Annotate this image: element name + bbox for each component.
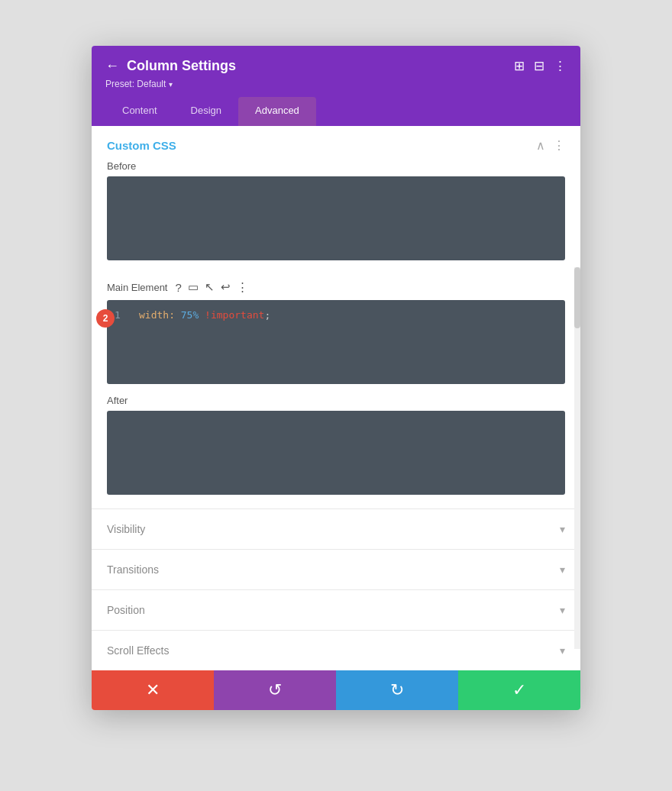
modal-body-wrap: Custom CSS ∧ ⋮ Before Main Element ? ▭ ↖… [92, 126, 580, 670]
transitions-label: Transitions [107, 563, 159, 576]
cancel-button[interactable]: ✕ [92, 670, 214, 710]
section-header-icons: ∧ ⋮ [536, 138, 565, 153]
before-css-area: Before [92, 160, 580, 274]
modal-container: ← Column Settings ⊞ ⊟ ⋮ Preset: Default … [92, 46, 580, 710]
main-element-row: Main Element ? ▭ ↖ ↩ ⋮ [92, 274, 580, 300]
main-element-label: Main Element [107, 282, 167, 293]
modal-header-left: ← Column Settings [105, 58, 236, 74]
after-textarea[interactable] [107, 411, 565, 495]
position-section[interactable]: Position ▾ [92, 589, 580, 630]
position-chevron-icon: ▾ [560, 604, 565, 616]
modal-title: Column Settings [127, 58, 236, 74]
transitions-chevron-icon: ▾ [560, 563, 565, 576]
position-label: Position [107, 604, 145, 616]
save-button[interactable]: ✓ [458, 670, 580, 710]
scroll-effects-section[interactable]: Scroll Effects ▾ [92, 630, 580, 670]
redo-button[interactable]: ↻ [336, 670, 458, 710]
scroll-track [574, 267, 580, 649]
code-editor-inner: 1 width: 75% !important; [107, 300, 565, 384]
back-icon[interactable]: ← [105, 58, 119, 74]
section-more-icon[interactable]: ⋮ [553, 138, 565, 153]
code-important: !important [199, 309, 264, 321]
visibility-chevron-icon: ▾ [560, 523, 565, 535]
code-line: width: 75% !important; [139, 309, 270, 321]
undo-icon[interactable]: ↩ [221, 280, 231, 294]
before-textarea[interactable] [107, 176, 565, 260]
more-options-icon[interactable]: ⋮ [554, 58, 567, 74]
after-css-area: After [92, 395, 580, 508]
custom-css-title: Custom CSS [107, 139, 176, 152]
preset-arrow-icon: ▾ [169, 80, 173, 89]
modal-footer: ✕ ↺ ↻ ✓ [92, 670, 580, 710]
tab-advanced[interactable]: Advanced [238, 97, 316, 126]
tab-design[interactable]: Design [174, 97, 238, 126]
visibility-label: Visibility [107, 523, 145, 535]
modal-header-top: ← Column Settings ⊞ ⊟ ⋮ [105, 58, 567, 74]
main-element-icons: ? ▭ ↖ ↩ ⋮ [175, 280, 247, 294]
tabs-container: Content Design Advanced [105, 97, 567, 126]
line-number: 1 [115, 309, 133, 321]
after-label: After [107, 395, 565, 406]
scroll-effects-chevron-icon: ▾ [560, 644, 565, 657]
modal-header-icons: ⊞ ⊟ ⋮ [514, 58, 567, 74]
code-semicolon: ; [264, 309, 270, 321]
preset-label[interactable]: Preset: Default ▾ [105, 79, 567, 89]
visibility-section[interactable]: Visibility ▾ [92, 508, 580, 549]
more-icon[interactable]: ⋮ [237, 280, 248, 294]
code-editor-container: 2 1 width: 75% !important; [107, 300, 565, 384]
collapse-icon[interactable]: ∧ [536, 138, 545, 153]
transitions-section[interactable]: Transitions ▾ [92, 549, 580, 589]
cursor-icon[interactable]: ↖ [205, 280, 215, 294]
code-editor[interactable]: 1 width: 75% !important; [107, 300, 565, 384]
code-property: width: [139, 309, 181, 321]
scroll-thumb[interactable] [574, 267, 580, 328]
code-value: 75% [181, 309, 199, 321]
custom-css-section-header: Custom CSS ∧ ⋮ [92, 126, 580, 160]
modal-header: ← Column Settings ⊞ ⊟ ⋮ Preset: Default … [92, 46, 580, 126]
split-icon[interactable]: ⊟ [534, 58, 544, 74]
before-label: Before [107, 160, 565, 172]
fullscreen-icon[interactable]: ⊞ [514, 58, 525, 74]
modal-body: Custom CSS ∧ ⋮ Before Main Element ? ▭ ↖… [92, 126, 580, 670]
help-icon[interactable]: ? [175, 281, 181, 294]
tab-content[interactable]: Content [105, 97, 174, 126]
scroll-effects-label: Scroll Effects [107, 644, 169, 657]
mobile-icon[interactable]: ▭ [188, 280, 199, 294]
line-badge: 2 [96, 309, 115, 328]
reset-button[interactable]: ↺ [214, 670, 336, 710]
